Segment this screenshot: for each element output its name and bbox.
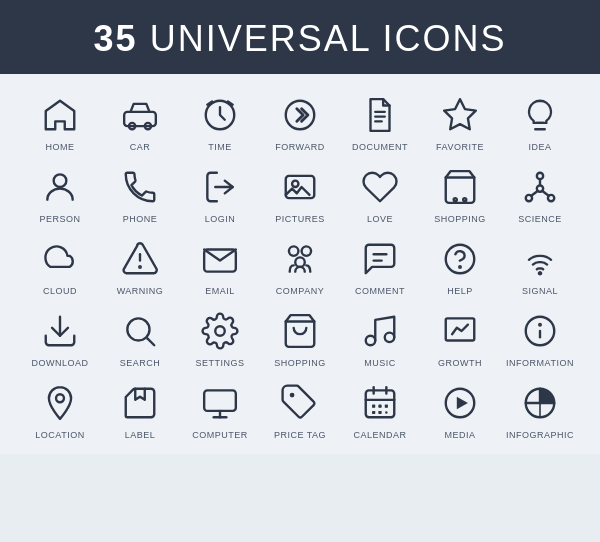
svg-marker-66 bbox=[457, 397, 468, 410]
svg-point-40 bbox=[385, 333, 395, 343]
svg-point-31 bbox=[446, 245, 475, 274]
svg-point-35 bbox=[127, 318, 149, 340]
time-icon bbox=[197, 92, 243, 138]
location-label: LOCATION bbox=[35, 430, 84, 440]
icon-information: INFORMATION bbox=[500, 300, 580, 372]
computer-label: COMPUTER bbox=[192, 430, 248, 440]
car-label: CAR bbox=[130, 142, 151, 152]
icon-home: HOME bbox=[20, 84, 100, 156]
header-title: UNIVERSAL ICONS bbox=[150, 18, 507, 59]
svg-line-36 bbox=[147, 338, 154, 345]
science-icon bbox=[517, 164, 563, 210]
icon-email: EMAIL bbox=[180, 228, 260, 300]
icons-grid: HOME CAR TIME FORWARD DOCUMENT bbox=[20, 84, 580, 444]
icon-comment: COMMENT bbox=[340, 228, 420, 300]
phone-label: PHONE bbox=[123, 214, 158, 224]
svg-point-44 bbox=[539, 324, 541, 326]
icon-settings: SETTINGS bbox=[180, 300, 260, 372]
icon-cloud: CLOUD bbox=[20, 228, 100, 300]
svg-point-37 bbox=[215, 326, 225, 336]
shopping-bag-icon bbox=[277, 308, 323, 354]
comment-icon bbox=[357, 236, 403, 282]
favorite-icon bbox=[437, 92, 483, 138]
computer-icon bbox=[197, 380, 243, 426]
svg-point-33 bbox=[539, 272, 541, 274]
pictures-icon bbox=[277, 164, 323, 210]
icon-document: DOCUMENT bbox=[340, 84, 420, 156]
svg-point-24 bbox=[139, 266, 141, 268]
icon-growth: GROWTH bbox=[420, 300, 500, 372]
phone-icon bbox=[117, 164, 163, 210]
price-tag-icon bbox=[277, 380, 323, 426]
car-icon bbox=[117, 92, 163, 138]
favorite-label: FAVORITE bbox=[436, 142, 484, 152]
svg-line-21 bbox=[531, 191, 537, 196]
label-icon bbox=[117, 380, 163, 426]
svg-point-27 bbox=[302, 246, 312, 256]
warning-icon bbox=[117, 236, 163, 282]
icon-forward: FORWARD bbox=[260, 84, 340, 156]
cloud-icon bbox=[37, 236, 83, 282]
cloud-label: CLOUD bbox=[43, 286, 77, 296]
icon-price-tag: PRICE TAG bbox=[260, 372, 340, 444]
svg-rect-60 bbox=[372, 405, 375, 408]
icon-pictures: PICTURES bbox=[260, 156, 340, 228]
icon-shopping: SHOPPING bbox=[420, 156, 500, 228]
svg-point-49 bbox=[290, 393, 295, 398]
icon-label: LABEL bbox=[100, 372, 180, 444]
svg-rect-46 bbox=[204, 390, 236, 411]
svg-rect-61 bbox=[378, 405, 381, 408]
download-label: DOWNLOAD bbox=[31, 358, 88, 368]
icon-warning: WARNING bbox=[100, 228, 180, 300]
icon-company: COMPANY bbox=[260, 228, 340, 300]
media-icon bbox=[437, 380, 483, 426]
icon-signal: SIGNAL bbox=[500, 228, 580, 300]
document-icon bbox=[357, 92, 403, 138]
icon-car: CAR bbox=[100, 84, 180, 156]
company-label: COMPANY bbox=[276, 286, 324, 296]
music-icon bbox=[357, 308, 403, 354]
information-icon bbox=[517, 308, 563, 354]
icon-calendar: CALENDAR bbox=[340, 372, 420, 444]
icon-location: LOCATION bbox=[20, 372, 100, 444]
icon-media: MEDIA bbox=[420, 372, 500, 444]
settings-icon bbox=[197, 308, 243, 354]
icon-favorite: FAVORITE bbox=[420, 84, 500, 156]
grid-container: HOME CAR TIME FORWARD DOCUMENT bbox=[0, 74, 600, 454]
icon-help: HELP bbox=[420, 228, 500, 300]
shopping-bag-label: SHOPPING bbox=[274, 358, 326, 368]
svg-point-32 bbox=[459, 266, 461, 268]
icon-science: SCIENCE bbox=[500, 156, 580, 228]
calendar-label: CALENDAR bbox=[353, 430, 406, 440]
svg-point-12 bbox=[292, 181, 298, 187]
icon-person: PERSON bbox=[20, 156, 100, 228]
growth-label: GROWTH bbox=[438, 358, 482, 368]
home-label: HOME bbox=[46, 142, 75, 152]
svg-point-28 bbox=[295, 257, 305, 267]
svg-rect-64 bbox=[378, 411, 381, 414]
signal-label: SIGNAL bbox=[522, 286, 558, 296]
icon-shopping-bag: SHOPPING bbox=[260, 300, 340, 372]
header-number: 35 bbox=[94, 18, 138, 59]
icon-search: SEARCH bbox=[100, 300, 180, 372]
email-icon bbox=[197, 236, 243, 282]
document-label: DOCUMENT bbox=[352, 142, 408, 152]
settings-label: SETTINGS bbox=[195, 358, 244, 368]
icon-love: LOVE bbox=[340, 156, 420, 228]
help-label: HELP bbox=[447, 286, 473, 296]
icon-infographic: INFOGRAPHIC bbox=[500, 372, 580, 444]
label-label: LABEL bbox=[125, 430, 156, 440]
idea-icon bbox=[517, 92, 563, 138]
signal-icon bbox=[517, 236, 563, 282]
icon-download: DOWNLOAD bbox=[20, 300, 100, 372]
icon-computer: COMPUTER bbox=[180, 372, 260, 444]
search-label: SEARCH bbox=[120, 358, 161, 368]
price-tag-label: PRICE TAG bbox=[274, 430, 326, 440]
svg-point-9 bbox=[54, 174, 67, 187]
idea-label: IDEA bbox=[528, 142, 551, 152]
svg-point-14 bbox=[454, 198, 457, 201]
login-label: LOGIN bbox=[205, 214, 236, 224]
infographic-label: INFOGRAPHIC bbox=[506, 430, 574, 440]
svg-line-22 bbox=[542, 191, 548, 196]
help-icon bbox=[437, 236, 483, 282]
